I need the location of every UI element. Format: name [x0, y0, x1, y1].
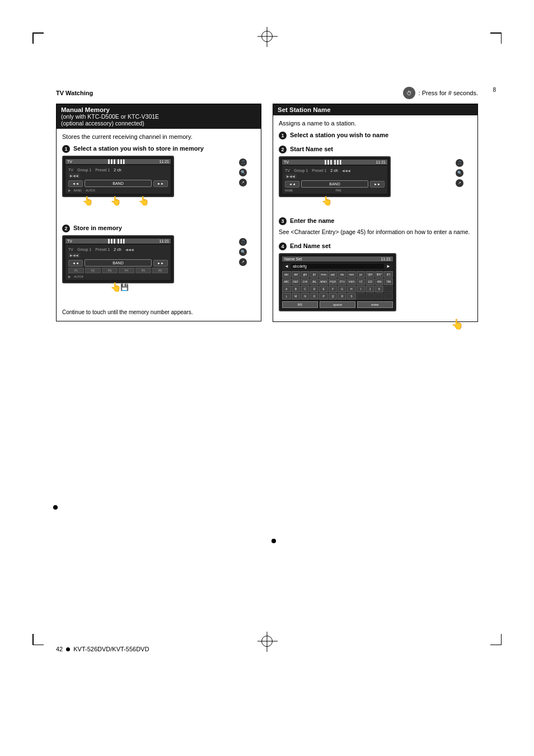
icon-arr: ↗	[239, 179, 247, 186]
ns-enter-btn[interactable]: enter	[357, 301, 393, 308]
name-set-screen: Name Set 11:21 ◄ abcdefg ► abc	[279, 253, 396, 311]
ns-time: 11:21	[381, 257, 391, 261]
registration-mark-top	[261, 31, 273, 42]
ns-key-L[interactable]: L	[282, 293, 291, 300]
ns-key-sym1[interactable]: !@#	[366, 271, 374, 278]
name-set-screen-container: Name Set 11:21 ◄ abcdefg ► abc	[279, 253, 461, 311]
icon-tune-r1: 🎵	[456, 159, 463, 167]
right-step1-item: 1 Select a station you wish to name	[279, 131, 472, 139]
ns-key-K[interactable]: K	[375, 286, 384, 292]
ns-key-H[interactable]: H	[347, 286, 356, 292]
ns-key-A[interactable]: A	[282, 286, 291, 292]
screen-r1-icons: ◀◀◀	[342, 169, 350, 172]
ns-key-I[interactable]: I	[357, 286, 366, 292]
ns-key-C[interactable]: C	[301, 286, 310, 292]
ns-key-sym2[interactable]: $%^	[375, 271, 384, 278]
ns-key-B[interactable]: B	[292, 286, 301, 292]
ns-key-empty3	[366, 293, 374, 300]
ns-prev-nav[interactable]: ◄	[284, 264, 289, 269]
ns-key-pqr[interactable]: pqr	[329, 271, 338, 278]
ns-key-yz[interactable]: yz	[357, 271, 366, 278]
ns-key-row-3: A B C D E F G H I J K	[282, 286, 393, 292]
ns-key-E[interactable]: E	[319, 286, 328, 292]
ns-space-btn[interactable]: space	[320, 301, 355, 308]
screen-r1-bottom: NAME PRE	[285, 189, 385, 192]
ns-key-789[interactable]: 789	[384, 278, 393, 285]
ns-key-YZ[interactable]: YZ	[357, 278, 366, 285]
screen-r1-sub: ▶◀◀	[285, 174, 297, 179]
preset-p1: P1	[68, 268, 84, 273]
touch-hand-r1: 👆	[321, 195, 332, 206]
ns-key-D[interactable]: D	[310, 286, 319, 292]
screen1-ch: 2 ch	[114, 168, 121, 172]
screen2-prev-btn: ◄◄	[68, 260, 83, 267]
ns-key-empty5	[384, 293, 393, 300]
right-step4-num: 4	[279, 242, 287, 250]
ns-key-J[interactable]: J	[366, 286, 374, 292]
ns-key-STU[interactable]: STU	[338, 278, 346, 285]
ns-key-N[interactable]: N	[301, 293, 310, 300]
screen-r1-pre: PRE	[336, 189, 385, 192]
screen1-group: Group 1	[77, 168, 91, 172]
screen1-auto: AUTOX	[86, 189, 95, 192]
ns-key-123[interactable]: 123	[366, 278, 374, 285]
ns-key-M[interactable]: M	[292, 293, 301, 300]
ns-key-mno[interactable]: mno	[319, 271, 328, 278]
content-area: Manual Memory (only with KTC-D500E or KT…	[56, 104, 478, 633]
screen1-topbar: TV ▐▐▐ ▐▐▐ 11:21	[65, 159, 171, 164]
ns-key-ABC[interactable]: ABC	[282, 278, 291, 285]
screen2-sub: ▶◀◀	[68, 253, 80, 258]
ns-bs-btn[interactable]: BS	[282, 301, 318, 308]
memory-icon: 💾	[120, 283, 129, 291]
ns-key-sym3[interactable]: &*(	[384, 271, 393, 278]
ns-key-P[interactable]: P	[319, 293, 328, 300]
screen2-play: ▶	[68, 274, 71, 278]
ns-key-vwx[interactable]: vwx	[347, 271, 356, 278]
ns-key-R[interactable]: R	[338, 293, 346, 300]
ns-key-O[interactable]: O	[310, 293, 319, 300]
ns-key-stu[interactable]: stu	[338, 271, 346, 278]
screen1-tv: TV	[68, 168, 73, 172]
right-step2-label: 2 Start Name set	[279, 145, 472, 153]
side-icons-r1: 🎵 🔍 ↗	[456, 159, 463, 187]
right-step1-text: Select a station you wish to name	[290, 131, 388, 139]
screen1-band-btn: BAND	[85, 180, 152, 187]
page-number: 8	[493, 87, 496, 93]
icon-arr-r1: ↗	[456, 179, 463, 187]
ns-key-G[interactable]: G	[338, 286, 346, 292]
ns-key-VWX[interactable]: VWX	[347, 278, 356, 285]
ns-key-jkl[interactable]: jkl	[310, 271, 319, 278]
ns-next-nav[interactable]: ►	[386, 264, 391, 269]
step1-num: 1	[62, 145, 70, 153]
header-section-title: TV Watching	[56, 90, 93, 96]
screen2-group: Group 1	[77, 248, 91, 251]
ns-key-abc[interactable]: abc	[282, 271, 291, 278]
screen-r1-group: Group 1	[294, 169, 308, 172]
ns-key-ghi[interactable]: ghi	[301, 271, 310, 278]
registration-mark-bottom	[261, 636, 273, 647]
ns-key-Q[interactable]: Q	[329, 293, 338, 300]
ns-key-JKL[interactable]: JKL	[310, 278, 319, 285]
right-step3-num: 3	[279, 217, 287, 225]
header-instruction: : Press for # seconds.	[419, 90, 478, 96]
step1-item: 1 Select a station you wish to store in …	[62, 144, 255, 197]
ns-key-def[interactable]: def	[292, 271, 301, 278]
ns-key-GHI[interactable]: GHI	[301, 278, 310, 285]
icon-mag: 🔍	[239, 169, 247, 176]
touch-hand-1: 👆	[82, 195, 93, 206]
ns-key-S[interactable]: S	[347, 293, 356, 300]
right-step2-num: 2	[279, 146, 287, 153]
preset-p5: P5	[135, 268, 151, 273]
ns-key-456[interactable]: 456	[375, 278, 384, 285]
manual-memory-subtitle1: (only with KTC-D500E or KTC-V301E	[61, 113, 159, 120]
ns-key-DEF[interactable]: DEF	[292, 278, 301, 285]
right-step4-text: End Name set	[290, 242, 331, 250]
right-step4-item: 4 End Name set Name Set 11:21 ◄ a	[279, 242, 472, 311]
ns-key-F[interactable]: F	[329, 286, 338, 292]
ns-key-PQR[interactable]: PQR	[329, 278, 338, 285]
ns-key-MNO[interactable]: MNO	[319, 278, 328, 285]
screen1-sub: ▶◀◀	[68, 173, 80, 178]
timer-icon: ⏱	[403, 87, 415, 99]
corner-mark-tl	[32, 32, 46, 46]
step2-num: 2	[62, 225, 70, 232]
